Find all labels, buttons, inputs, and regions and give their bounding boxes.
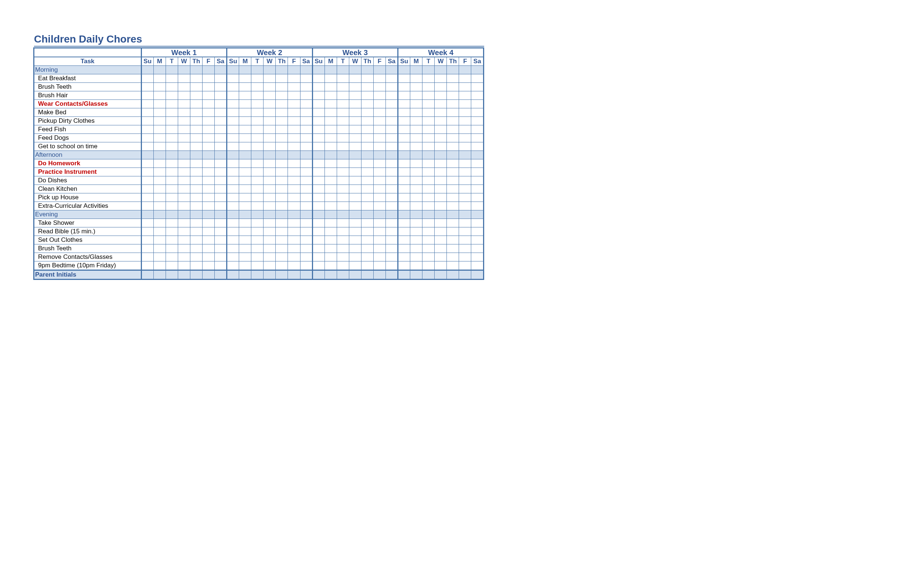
checkbox-cell[interactable] bbox=[435, 236, 447, 245]
checkbox-cell[interactable] bbox=[459, 100, 471, 108]
checkbox-cell[interactable] bbox=[471, 236, 484, 245]
checkbox-cell[interactable] bbox=[215, 117, 227, 125]
checkbox-cell[interactable] bbox=[227, 142, 239, 151]
checkbox-cell[interactable] bbox=[410, 253, 422, 261]
initials-cell[interactable] bbox=[215, 270, 227, 279]
checkbox-cell[interactable] bbox=[276, 185, 288, 193]
checkbox-cell[interactable] bbox=[190, 117, 202, 125]
checkbox-cell[interactable] bbox=[215, 168, 227, 177]
checkbox-cell[interactable] bbox=[215, 91, 227, 100]
checkbox-cell[interactable] bbox=[435, 193, 447, 202]
checkbox-cell[interactable] bbox=[154, 236, 166, 245]
checkbox-cell[interactable] bbox=[435, 125, 447, 134]
checkbox-cell[interactable] bbox=[398, 91, 410, 100]
checkbox-cell[interactable] bbox=[361, 236, 373, 245]
checkbox-cell[interactable] bbox=[324, 83, 337, 91]
checkbox-cell[interactable] bbox=[166, 100, 178, 108]
checkbox-cell[interactable] bbox=[190, 108, 202, 117]
checkbox-cell[interactable] bbox=[435, 202, 447, 210]
checkbox-cell[interactable] bbox=[373, 125, 386, 134]
checkbox-cell[interactable] bbox=[459, 159, 471, 168]
checkbox-cell[interactable] bbox=[447, 253, 459, 261]
checkbox-cell[interactable] bbox=[202, 159, 214, 168]
checkbox-cell[interactable] bbox=[422, 91, 435, 100]
checkbox-cell[interactable] bbox=[459, 125, 471, 134]
checkbox-cell[interactable] bbox=[227, 125, 239, 134]
checkbox-cell[interactable] bbox=[349, 91, 361, 100]
checkbox-cell[interactable] bbox=[264, 185, 276, 193]
checkbox-cell[interactable] bbox=[215, 159, 227, 168]
checkbox-cell[interactable] bbox=[459, 245, 471, 253]
checkbox-cell[interactable] bbox=[337, 193, 349, 202]
checkbox-cell[interactable] bbox=[178, 159, 190, 168]
checkbox-cell[interactable] bbox=[141, 100, 154, 108]
initials-cell[interactable] bbox=[410, 270, 422, 279]
checkbox-cell[interactable] bbox=[361, 261, 373, 270]
checkbox-cell[interactable] bbox=[251, 261, 264, 270]
checkbox-cell[interactable] bbox=[178, 142, 190, 151]
checkbox-cell[interactable] bbox=[324, 168, 337, 177]
checkbox-cell[interactable] bbox=[349, 100, 361, 108]
checkbox-cell[interactable] bbox=[361, 100, 373, 108]
checkbox-cell[interactable] bbox=[288, 245, 300, 253]
checkbox-cell[interactable] bbox=[373, 74, 386, 83]
checkbox-cell[interactable] bbox=[166, 134, 178, 142]
checkbox-cell[interactable] bbox=[300, 193, 312, 202]
checkbox-cell[interactable] bbox=[251, 168, 264, 177]
checkbox-cell[interactable] bbox=[435, 142, 447, 151]
checkbox-cell[interactable] bbox=[349, 219, 361, 227]
checkbox-cell[interactable] bbox=[422, 177, 435, 185]
checkbox-cell[interactable] bbox=[447, 202, 459, 210]
checkbox-cell[interactable] bbox=[337, 202, 349, 210]
checkbox-cell[interactable] bbox=[324, 134, 337, 142]
checkbox-cell[interactable] bbox=[471, 142, 484, 151]
checkbox-cell[interactable] bbox=[337, 117, 349, 125]
checkbox-cell[interactable] bbox=[410, 236, 422, 245]
checkbox-cell[interactable] bbox=[288, 91, 300, 100]
checkbox-cell[interactable] bbox=[190, 202, 202, 210]
checkbox-cell[interactable] bbox=[312, 236, 324, 245]
checkbox-cell[interactable] bbox=[154, 74, 166, 83]
initials-cell[interactable] bbox=[202, 270, 214, 279]
checkbox-cell[interactable] bbox=[300, 168, 312, 177]
checkbox-cell[interactable] bbox=[447, 159, 459, 168]
initials-cell[interactable] bbox=[300, 270, 312, 279]
checkbox-cell[interactable] bbox=[215, 236, 227, 245]
checkbox-cell[interactable] bbox=[373, 253, 386, 261]
checkbox-cell[interactable] bbox=[215, 125, 227, 134]
checkbox-cell[interactable] bbox=[447, 108, 459, 117]
checkbox-cell[interactable] bbox=[178, 177, 190, 185]
checkbox-cell[interactable] bbox=[459, 168, 471, 177]
checkbox-cell[interactable] bbox=[386, 100, 398, 108]
checkbox-cell[interactable] bbox=[312, 125, 324, 134]
checkbox-cell[interactable] bbox=[239, 177, 251, 185]
checkbox-cell[interactable] bbox=[398, 100, 410, 108]
checkbox-cell[interactable] bbox=[264, 168, 276, 177]
checkbox-cell[interactable] bbox=[215, 253, 227, 261]
checkbox-cell[interactable] bbox=[276, 261, 288, 270]
checkbox-cell[interactable] bbox=[178, 193, 190, 202]
checkbox-cell[interactable] bbox=[349, 108, 361, 117]
checkbox-cell[interactable] bbox=[251, 219, 264, 227]
checkbox-cell[interactable] bbox=[459, 261, 471, 270]
checkbox-cell[interactable] bbox=[337, 227, 349, 236]
checkbox-cell[interactable] bbox=[251, 177, 264, 185]
checkbox-cell[interactable] bbox=[373, 142, 386, 151]
checkbox-cell[interactable] bbox=[190, 142, 202, 151]
checkbox-cell[interactable] bbox=[251, 142, 264, 151]
checkbox-cell[interactable] bbox=[410, 108, 422, 117]
checkbox-cell[interactable] bbox=[288, 236, 300, 245]
checkbox-cell[interactable] bbox=[264, 74, 276, 83]
checkbox-cell[interactable] bbox=[190, 253, 202, 261]
checkbox-cell[interactable] bbox=[166, 236, 178, 245]
checkbox-cell[interactable] bbox=[459, 227, 471, 236]
checkbox-cell[interactable] bbox=[337, 219, 349, 227]
checkbox-cell[interactable] bbox=[324, 236, 337, 245]
checkbox-cell[interactable] bbox=[361, 83, 373, 91]
checkbox-cell[interactable] bbox=[459, 202, 471, 210]
checkbox-cell[interactable] bbox=[251, 100, 264, 108]
checkbox-cell[interactable] bbox=[202, 236, 214, 245]
checkbox-cell[interactable] bbox=[398, 83, 410, 91]
checkbox-cell[interactable] bbox=[166, 159, 178, 168]
checkbox-cell[interactable] bbox=[361, 219, 373, 227]
